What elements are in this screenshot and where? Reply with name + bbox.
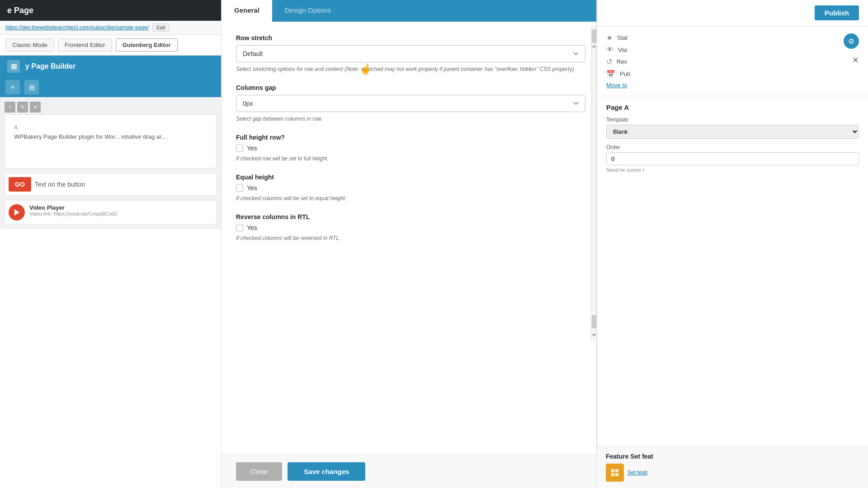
published-row: 📅 Pub bbox=[606, 70, 859, 78]
pencil-icon-button[interactable]: ✎ bbox=[17, 102, 28, 113]
play-icon bbox=[9, 204, 25, 221]
close-row-button[interactable]: ✕ bbox=[30, 102, 41, 113]
builder-header-icon: ⊞ bbox=[7, 60, 20, 73]
equal-height-checkbox-label: Yes bbox=[247, 184, 257, 192]
canvas-area: + ✎ ✕ 4, WPBakery Page Builder plugin fo… bbox=[0, 97, 221, 229]
template-select[interactable]: Blank bbox=[606, 125, 859, 139]
builder-toolbar: + ⊞ bbox=[0, 77, 221, 97]
right-panel: Publish ★ Stat 👁 Visi ↺ Rev 📅 Pub ⚙ ✕ Mo… bbox=[597, 0, 868, 488]
page-title: e Page bbox=[7, 6, 33, 15]
scroll-thumb-bottom bbox=[592, 315, 596, 328]
modal-footer: Close Save changes bbox=[222, 455, 596, 488]
top-bar: e Page bbox=[0, 0, 221, 21]
visibility-row: 👁 Visi bbox=[606, 46, 859, 54]
equal-height-help: If checked columns will be set to equal … bbox=[236, 194, 585, 202]
columns-gap-select[interactable]: 0px bbox=[236, 95, 585, 112]
modal-scrollbar[interactable] bbox=[591, 26, 596, 342]
gutenberg-editor-button[interactable]: Gutenberg Editor bbox=[116, 38, 178, 52]
svg-rect-3 bbox=[611, 473, 614, 476]
row-stretch-group: Row stretch Default Select stretching op… bbox=[236, 34, 585, 73]
page-url: https://dev.thewebsitearchitect.com/subs… bbox=[5, 24, 149, 31]
video-info: Video Player Video link: https://youtu.b… bbox=[29, 204, 118, 216]
scroll-arrow-down[interactable] bbox=[592, 334, 596, 337]
close-panel-icon[interactable]: ✕ bbox=[852, 55, 859, 65]
video-title: Video Player bbox=[29, 204, 118, 211]
save-changes-button[interactable]: Save changes bbox=[288, 462, 365, 481]
builder-title: y Page Builder bbox=[25, 62, 75, 70]
revision-text: Rev bbox=[617, 58, 627, 65]
publish-button[interactable]: Publish bbox=[815, 5, 859, 20]
content-number: 4, bbox=[14, 124, 207, 131]
status-section: ★ Stat 👁 Visi ↺ Rev 📅 Pub ⚙ ✕ Move to bbox=[597, 26, 868, 96]
left-panel: e Page https://dev.thewebsitearchitect.c… bbox=[0, 0, 222, 488]
modal-tabs: General Design Options bbox=[222, 0, 596, 22]
frontend-editor-button[interactable]: Frontend Editor bbox=[58, 38, 112, 52]
status-text: Stat bbox=[617, 34, 627, 41]
builder-header: ⊞ y Page Builder bbox=[0, 56, 221, 77]
full-height-checkbox[interactable] bbox=[236, 145, 243, 152]
columns-gap-group: Columns gap 0px Select gap between colum… bbox=[236, 84, 585, 123]
svg-rect-4 bbox=[615, 473, 618, 476]
svg-rect-2 bbox=[615, 469, 618, 472]
add-row-button[interactable]: + bbox=[5, 80, 20, 94]
visibility-text: Visi bbox=[618, 47, 627, 53]
classic-mode-button[interactable]: Classic Mode bbox=[5, 38, 54, 52]
reverse-rtl-checkbox-label: Yes bbox=[247, 224, 257, 231]
tab-design-options[interactable]: Design Options bbox=[272, 0, 344, 22]
equal-height-group: Equal height Yes If checked columns will… bbox=[236, 174, 585, 202]
page-attributes-section: Page A Template Blank Order Need he scre… bbox=[597, 96, 868, 185]
template-label: Template bbox=[606, 117, 859, 123]
order-label: Order bbox=[606, 144, 859, 150]
full-height-help: If checked row will be set to full heigh… bbox=[236, 155, 585, 163]
columns-gap-label: Columns gap bbox=[236, 84, 585, 91]
feature-icon-grid: Set feati bbox=[606, 464, 859, 482]
status-icon: ★ bbox=[606, 33, 613, 42]
reverse-rtl-help: If checked columns will be reversed in R… bbox=[236, 234, 585, 242]
published-icon: 📅 bbox=[606, 70, 615, 78]
content-description: WPBakery Page Builder plugin for Wor... … bbox=[14, 133, 207, 140]
svg-marker-0 bbox=[14, 209, 19, 216]
scroll-arrow-up[interactable] bbox=[592, 45, 596, 47]
row-controls: + ✎ ✕ bbox=[5, 102, 217, 113]
reverse-rtl-checkbox-row: Yes bbox=[236, 224, 585, 231]
full-height-label: Full height row? bbox=[236, 134, 585, 141]
full-height-checkbox-label: Yes bbox=[247, 145, 257, 152]
edit-button[interactable]: Edit bbox=[152, 23, 169, 32]
move-to-link[interactable]: Move to bbox=[606, 82, 859, 89]
go-button[interactable]: GO bbox=[9, 177, 31, 192]
equal-height-checkbox-row: Yes bbox=[236, 184, 585, 192]
scroll-thumb-top bbox=[592, 29, 596, 43]
svg-rect-1 bbox=[611, 469, 614, 472]
equal-height-label: Equal height bbox=[236, 174, 585, 181]
status-row: ★ Stat bbox=[606, 33, 859, 42]
order-input[interactable] bbox=[606, 152, 859, 165]
feature-set-section: Feature Set feat Set feati bbox=[597, 446, 868, 488]
content-block: 4, WPBakery Page Builder plugin for Wor.… bbox=[5, 114, 217, 169]
revision-icon: ↺ bbox=[606, 57, 612, 66]
equal-height-checkbox[interactable] bbox=[236, 184, 243, 192]
video-block: Video Player Video link: https://youtu.b… bbox=[5, 200, 217, 225]
revision-row: ↺ Rev bbox=[606, 57, 859, 66]
feature-icon-box bbox=[606, 464, 624, 482]
button-text-label: Text on the button bbox=[35, 181, 85, 188]
video-url: Video link: https://youtu.be/CmpsBCxdC bbox=[29, 211, 118, 216]
published-text: Pub bbox=[620, 70, 630, 77]
row-stretch-select[interactable]: Default bbox=[236, 45, 585, 62]
page-attribs-title: Page A bbox=[606, 103, 859, 111]
reverse-rtl-checkbox[interactable] bbox=[236, 224, 243, 231]
mode-bar: Classic Mode Frontend Editor Gutenberg E… bbox=[0, 35, 221, 56]
full-height-group: Full height row? Yes If checked row will… bbox=[236, 134, 585, 163]
add-element-button[interactable]: + bbox=[5, 102, 15, 113]
reverse-rtl-group: Reverse columns in RTL Yes If checked co… bbox=[236, 213, 585, 242]
columns-gap-help: Select gap between columns in row. bbox=[236, 115, 585, 123]
layout-button[interactable]: ⊞ bbox=[24, 80, 39, 94]
reverse-rtl-label: Reverse columns in RTL bbox=[236, 213, 585, 221]
settings-gear-icon[interactable]: ⚙ bbox=[844, 33, 859, 49]
tab-general[interactable]: General bbox=[222, 0, 272, 22]
button-row-block: GO Text on the button bbox=[5, 173, 217, 196]
set-feature-link[interactable]: Set feati bbox=[627, 469, 647, 476]
row-stretch-help: Select stretching options for row and co… bbox=[236, 65, 585, 73]
modal-overlay: General Design Options Row stretch Defau… bbox=[222, 0, 597, 488]
full-height-checkbox-row: Yes bbox=[236, 145, 585, 152]
close-button[interactable]: Close bbox=[236, 462, 282, 481]
